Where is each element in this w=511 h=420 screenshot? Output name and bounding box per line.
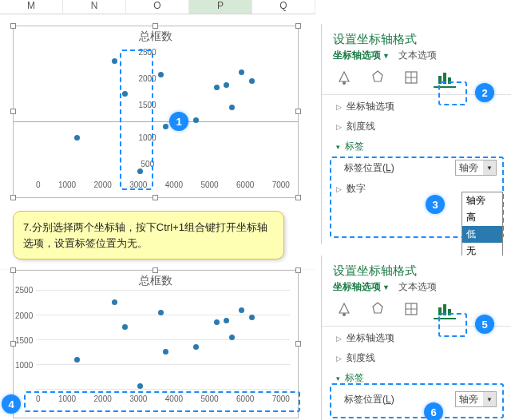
format-pane-top: 设置坐标轴格式 坐标轴选项▼ 文本选项 2 ▷坐标轴选项 ▷刻度线 ▾标签 标签…	[321, 24, 511, 244]
chart-bottom[interactable]: 总框数 2500 2000 1500 1000 0 1000 2000 3000…	[13, 270, 299, 418]
label-position-select[interactable]: 轴旁 ▼	[455, 391, 497, 407]
size-props-icon[interactable]	[400, 300, 422, 319]
step-bubble-5: 5	[475, 315, 494, 334]
axis-options-icon[interactable]	[434, 69, 456, 88]
chart-title[interactable]: 总框数	[14, 271, 298, 288]
svg-rect-7	[448, 77, 451, 84]
option-axis-side[interactable]: 轴旁	[462, 192, 502, 209]
plot-area[interactable]	[36, 290, 290, 389]
instruction-box: 7.分别选择两个坐标轴，按下Ctrl+1组合键打开坐标轴选项，设置标签位置为无。	[13, 211, 284, 260]
svg-rect-15	[448, 309, 451, 315]
x-axis-ticks: 0 1000 2000 3000 4000 5000 6000 7000	[36, 180, 290, 189]
step-bubble-1: 1	[169, 112, 188, 131]
col-m[interactable]: M	[0, 0, 63, 14]
label-position-dropdown[interactable]: 轴旁 高 低 无	[461, 192, 503, 260]
svg-rect-13	[438, 307, 442, 315]
chart-title[interactable]: 总框数	[14, 26, 298, 44]
effects-icon[interactable]	[366, 69, 389, 88]
section-ticks[interactable]: ▷刻度线	[322, 348, 511, 368]
section-ticks[interactable]: ▷刻度线	[322, 117, 511, 137]
svg-rect-6	[443, 73, 446, 84]
pane-title: 设置坐标轴格式	[322, 24, 511, 49]
step-bubble-2: 2	[475, 83, 494, 102]
option-low[interactable]: 低	[462, 226, 502, 243]
col-o[interactable]: O	[126, 0, 189, 14]
pane-title: 设置坐标轴格式	[322, 256, 511, 280]
svg-point-8	[343, 313, 346, 316]
pane-tabs: 坐标轴选项▼ 文本选项	[322, 49, 511, 67]
label-position-label: 标签位置(L)	[344, 393, 394, 406]
step-bubble-4: 4	[2, 394, 21, 414]
svg-rect-14	[443, 304, 446, 315]
y-axis-ticks: 2500 2000 1500 1000 500	[36, 46, 290, 176]
tab-axis-options[interactable]: 坐标轴选项	[333, 50, 381, 61]
section-labels[interactable]: ▾标签	[322, 368, 511, 388]
effects-icon[interactable]	[366, 300, 389, 319]
svg-marker-9	[373, 303, 382, 313]
option-high[interactable]: 高	[462, 209, 502, 226]
col-p[interactable]: P	[189, 0, 252, 14]
step-bubble-3: 3	[426, 195, 445, 214]
section-labels[interactable]: ▾标签	[322, 137, 511, 157]
step-bubble-6: 6	[424, 402, 443, 420]
svg-point-0	[343, 81, 346, 85]
pane-tabs: 坐标轴选项▼ 文本选项	[322, 280, 511, 299]
label-position-select[interactable]: 轴旁 ▼	[455, 160, 497, 176]
col-n[interactable]: N	[63, 0, 126, 14]
axis-options-icon[interactable]	[434, 300, 456, 319]
svg-marker-1	[373, 71, 382, 81]
y-axis-left[interactable]: 2500 2000 1500 1000	[15, 290, 34, 389]
label-position-row: 标签位置(L) 轴旁 ▼	[322, 388, 511, 410]
tab-text-options[interactable]: 文本选项	[398, 50, 437, 61]
chart-top[interactable]: 总框数 2500 2000 1500 1000 500 0 1000 2000 …	[13, 26, 299, 198]
format-pane-bottom: 设置坐标轴格式 坐标轴选项▼ 文本选项 5 ▷坐标轴选项 ▷刻度线 ▾标签 标签…	[321, 256, 511, 420]
col-q[interactable]: Q	[252, 0, 315, 14]
svg-rect-5	[438, 76, 442, 84]
size-props-icon[interactable]	[400, 69, 422, 88]
column-headers: M N O P Q	[0, 0, 315, 14]
label-position-label: 标签位置(L)	[344, 161, 394, 175]
fill-line-icon[interactable]	[333, 300, 355, 319]
label-position-row: 标签位置(L) 轴旁 ▼	[322, 157, 511, 179]
x-axis-ticks: 0 1000 2000 3000 4000 5000 6000 7000	[36, 394, 290, 403]
tab-axis-options[interactable]: 坐标轴选项	[333, 281, 381, 292]
fill-line-icon[interactable]	[333, 69, 355, 88]
tab-text-options[interactable]: 文本选项	[398, 281, 437, 292]
